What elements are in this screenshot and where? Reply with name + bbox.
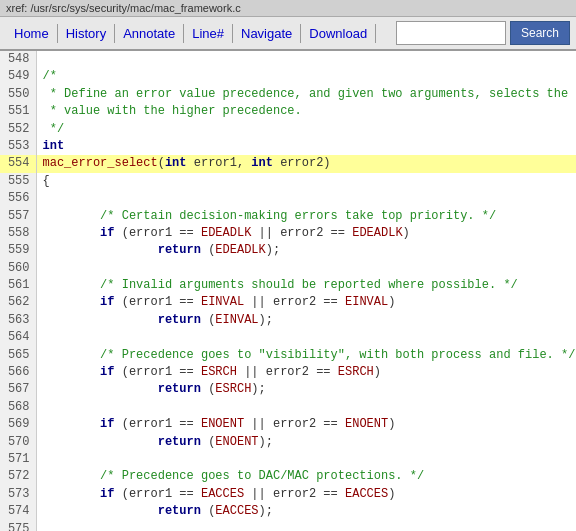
line-code: if (error1 == ENOENT || error2 == ENOENT…	[36, 416, 576, 433]
line-number: 568	[0, 399, 36, 416]
line-number: 561	[0, 277, 36, 294]
line-number: 559	[0, 242, 36, 259]
line-code: return (EACCES);	[36, 503, 576, 520]
line-code: return (ESRCH);	[36, 381, 576, 398]
line-number: 562	[0, 294, 36, 311]
line-code	[36, 521, 576, 531]
line-number: 551	[0, 103, 36, 120]
line-code	[36, 451, 576, 468]
line-code: {	[36, 173, 576, 190]
line-code: /* Invalid arguments should be reported …	[36, 277, 576, 294]
line-code: if (error1 == ESRCH || error2 == ESRCH)	[36, 364, 576, 381]
line-number: 557	[0, 208, 36, 225]
line-code	[36, 190, 576, 207]
search-button[interactable]: Search	[510, 21, 570, 45]
line-code: /*	[36, 68, 576, 85]
line-number: 553	[0, 138, 36, 155]
line-code: /* Certain decision-making errors take t…	[36, 208, 576, 225]
code-area: 548549/*550 * Define an error value prec…	[0, 51, 576, 531]
line-code	[36, 51, 576, 68]
nav-home[interactable]: Home	[6, 24, 58, 43]
code-table: 548549/*550 * Define an error value prec…	[0, 51, 576, 531]
line-code: return (ENOENT);	[36, 434, 576, 451]
nav-history[interactable]: History	[58, 24, 115, 43]
line-number: 565	[0, 347, 36, 364]
line-code: if (error1 == EINVAL || error2 == EINVAL…	[36, 294, 576, 311]
line-number: 548	[0, 51, 36, 68]
line-number: 572	[0, 468, 36, 485]
line-code: /* Precedence goes to DAC/MAC protection…	[36, 468, 576, 485]
nav-lineno[interactable]: Line#	[184, 24, 233, 43]
nav-download[interactable]: Download	[301, 24, 376, 43]
line-number: 573	[0, 486, 36, 503]
line-number: 574	[0, 503, 36, 520]
line-number: 575	[0, 521, 36, 531]
line-code: * value with the higher precedence.	[36, 103, 576, 120]
line-number: 555	[0, 173, 36, 190]
line-number: 564	[0, 329, 36, 346]
line-code: return (EINVAL);	[36, 312, 576, 329]
nav-navigate[interactable]: Navigate	[233, 24, 301, 43]
line-number: 549	[0, 68, 36, 85]
line-number: 550	[0, 86, 36, 103]
line-number: 571	[0, 451, 36, 468]
line-number: 558	[0, 225, 36, 242]
line-number: 554	[0, 155, 36, 172]
line-number: 563	[0, 312, 36, 329]
search-input[interactable]	[396, 21, 506, 45]
nav-bar: Home History Annotate Line# Navigate Dow…	[0, 17, 576, 51]
path-bar: xref: /usr/src/sys/security/mac/mac_fram…	[0, 0, 576, 17]
nav-annotate[interactable]: Annotate	[115, 24, 184, 43]
line-number: 570	[0, 434, 36, 451]
line-code: if (error1 == EACCES || error2 == EACCES…	[36, 486, 576, 503]
line-number: 560	[0, 260, 36, 277]
line-code	[36, 260, 576, 277]
line-code	[36, 399, 576, 416]
line-code: int	[36, 138, 576, 155]
search-form: Search	[396, 21, 570, 45]
line-number: 569	[0, 416, 36, 433]
line-code: /* Precedence goes to "visibility", with…	[36, 347, 576, 364]
line-code: mac_error_select(int error1, int error2)	[36, 155, 576, 172]
line-number: 556	[0, 190, 36, 207]
line-number: 552	[0, 121, 36, 138]
line-number: 566	[0, 364, 36, 381]
line-code: return (EDEADLK);	[36, 242, 576, 259]
line-number: 567	[0, 381, 36, 398]
path-text: xref: /usr/src/sys/security/mac/mac_fram…	[6, 2, 241, 14]
line-code	[36, 329, 576, 346]
line-code: * Define an error value precedence, and …	[36, 86, 576, 103]
line-code: */	[36, 121, 576, 138]
line-code: if (error1 == EDEADLK || error2 == EDEAD…	[36, 225, 576, 242]
